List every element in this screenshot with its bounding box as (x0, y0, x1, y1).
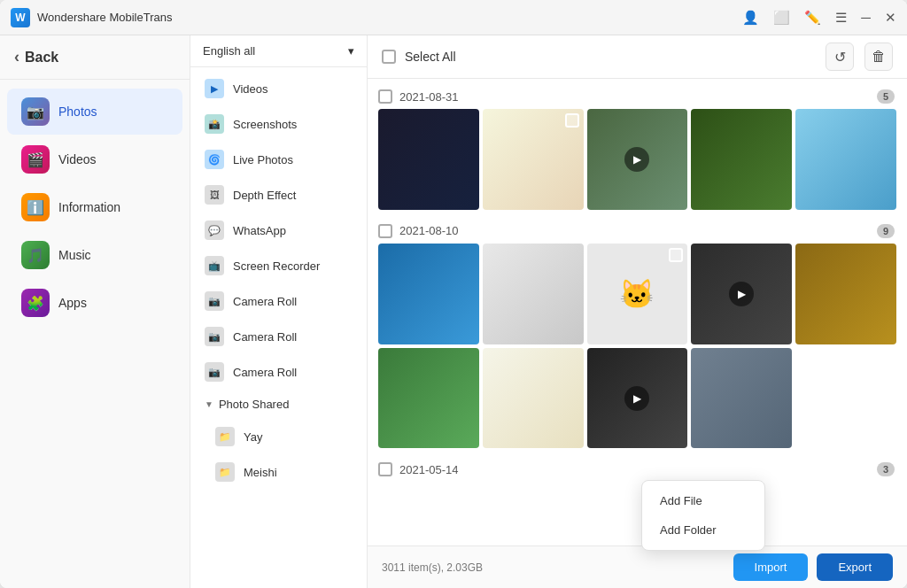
sub-item-camera-roll-3[interactable]: 📷 Camera Roll (190, 354, 367, 390)
sidebar-item-information[interactable]: ℹ️ Information (7, 184, 182, 230)
footer-info: 3011 item(s), 2.03GB (382, 561, 483, 574)
music-icon: 🎵 (21, 241, 50, 269)
photo-thumb[interactable]: ▶ (587, 109, 688, 210)
sidebar-item-apps[interactable]: 🧩 Apps (7, 280, 182, 326)
sub-item-camera-roll-1[interactable]: 📷 Camera Roll (190, 283, 367, 319)
date-header-1: 2021-08-31 5 (378, 86, 896, 109)
photo-shared-folder[interactable]: ▼ Photo Shared (190, 390, 367, 419)
back-button[interactable]: ‹ Back (0, 35, 190, 80)
photo-thumb[interactable] (691, 109, 792, 210)
select-all-label: Select All (405, 50, 456, 64)
close-icon[interactable]: ✕ (885, 10, 896, 26)
videos-icon: 🎬 (21, 145, 50, 174)
sub-depth-icon: 🖼 (205, 185, 224, 205)
play-button-icon[interactable]: ▶ (624, 386, 649, 411)
import-button[interactable]: Import (733, 553, 809, 581)
footer-buttons: Import Export (733, 553, 893, 581)
date-checkbox-1[interactable] (378, 89, 392, 104)
sidebar-item-music[interactable]: 🎵 Music (7, 232, 182, 278)
sub-meishi-icon: 📁 (215, 462, 235, 482)
photo-thumb[interactable]: ▶ (587, 348, 688, 449)
app-icon: W (11, 8, 30, 27)
minimize-icon[interactable]: ─ (861, 10, 871, 25)
date-section-2: 2021-08-10 9 🐱 ▶ (378, 220, 896, 449)
window-icon[interactable]: ⬜ (773, 10, 790, 26)
sub-screen-recorder-icon: 📺 (205, 256, 224, 275)
photo-thumb[interactable]: 🐱 (587, 244, 688, 344)
edit-icon[interactable]: ✏️ (804, 10, 821, 26)
profile-icon[interactable]: 👤 (742, 10, 759, 26)
photo-thumb[interactable] (378, 348, 479, 449)
refresh-button[interactable]: ↺ (826, 43, 854, 71)
photos-grid-1: ▶ (378, 109, 896, 210)
sub-label-camera-roll-2: Camera Roll (233, 330, 297, 344)
sub-navigation: ▶ Videos 📸 Screenshots 🌀 Live Photos 🖼 D… (190, 67, 367, 588)
date-label-2: 2021-08-10 (399, 224, 459, 237)
sub-item-videos[interactable]: ▶ Videos (190, 71, 367, 106)
photo-thumb[interactable] (378, 109, 479, 210)
sub-label-depth-effect: Depth Effect (233, 189, 296, 202)
sub-item-screen-recorder[interactable]: 📺 Screen Recorder (190, 248, 367, 283)
cartoon-icon: 🐱 (619, 277, 655, 311)
sidebar-nav: 📷 Photos 🎬 Videos ℹ️ Information 🎵 Music… (0, 80, 190, 588)
photo-thumb[interactable] (795, 109, 896, 210)
date-label-3: 2021-05-14 (399, 463, 459, 476)
photo-thumb[interactable] (795, 244, 896, 344)
photo-checkbox[interactable] (669, 248, 683, 262)
sidebar-label-apps: Apps (58, 296, 87, 310)
sub-whatsapp-icon: 💬 (205, 220, 224, 240)
sub-item-depth-effect[interactable]: 🖼 Depth Effect (190, 177, 367, 213)
date-checkbox-2[interactable] (378, 224, 392, 238)
delete-button[interactable]: 🗑 (864, 43, 893, 71)
app-window: W Wondershare MobileTrans 👤 ⬜ ✏️ ☰ ─ ✕ ‹… (0, 0, 907, 588)
sub-item-live-photos[interactable]: 🌀 Live Photos (190, 142, 367, 177)
date-header-left-3: 2021-05-14 (378, 462, 459, 476)
sub-label-meishi: Meishi (244, 466, 277, 479)
sidebar-label-videos: Videos (58, 152, 97, 166)
photo-thumb[interactable] (483, 109, 584, 210)
content-area: Select All ↺ 🗑 2021-08-31 (368, 35, 907, 588)
date-section-1: 2021-08-31 5 ▶ (378, 86, 896, 210)
sub-item-meishi[interactable]: 📁 Meishi (190, 454, 367, 490)
select-all-checkbox[interactable] (382, 50, 396, 64)
photo-checkbox[interactable] (565, 113, 579, 128)
play-button-icon[interactable]: ▶ (729, 282, 754, 306)
sub-label-whatsapp: WhatsApp (233, 224, 286, 237)
photo-thumb[interactable] (483, 348, 584, 449)
language-dropdown[interactable]: English all ▾ (190, 35, 367, 67)
play-button-icon[interactable]: ▶ (624, 147, 649, 172)
sub-label-videos: Videos (233, 82, 268, 96)
sidebar-item-photos[interactable]: 📷 Photos (7, 89, 182, 135)
photo-thumb[interactable] (378, 244, 479, 344)
sub-item-camera-roll-2[interactable]: 📷 Camera Roll (190, 319, 367, 354)
sidebar-item-videos[interactable]: 🎬 Videos (7, 136, 182, 182)
sub-item-yay[interactable]: 📁 Yay (190, 419, 367, 454)
count-badge-3: 3 (877, 462, 895, 476)
photo-thumb[interactable]: ▶ (691, 244, 792, 344)
photo-thumb[interactable] (691, 348, 792, 449)
title-bar-left: W Wondershare MobileTrans (11, 8, 172, 27)
back-arrow-icon: ‹ (14, 48, 19, 66)
sub-screenshots-icon: 📸 (205, 114, 224, 134)
sub-item-screenshots[interactable]: 📸 Screenshots (190, 106, 367, 142)
app-title: Wondershare MobileTrans (37, 11, 172, 24)
main-layout: ‹ Back 📷 Photos 🎬 Videos ℹ️ Information … (0, 35, 907, 588)
add-file-menu-item[interactable]: Add File (642, 486, 764, 515)
toolbar-right: ↺ 🗑 (826, 43, 893, 71)
date-label-1: 2021-08-31 (399, 90, 459, 104)
sub-label-screen-recorder: Screen Recorder (233, 259, 320, 273)
date-checkbox-3[interactable] (378, 462, 392, 476)
dropdown-label: English all (203, 44, 255, 58)
sub-yay-icon: 📁 (215, 427, 235, 446)
sub-label-camera-roll-3: Camera Roll (233, 366, 297, 379)
photo-thumb[interactable] (483, 244, 584, 344)
content-footer: 3011 item(s), 2.03GB Import Export (368, 545, 907, 588)
add-folder-menu-item[interactable]: Add Folder (642, 515, 764, 545)
date-header-3: 2021-05-14 3 (378, 459, 896, 482)
apps-icon: 🧩 (21, 289, 50, 317)
sub-item-whatsapp[interactable]: 💬 WhatsApp (190, 213, 367, 248)
sub-label-live-photos: Live Photos (233, 153, 293, 166)
photos-scroll[interactable]: 2021-08-31 5 ▶ (368, 79, 907, 545)
export-button[interactable]: Export (817, 553, 893, 581)
menu-icon[interactable]: ☰ (835, 10, 847, 26)
